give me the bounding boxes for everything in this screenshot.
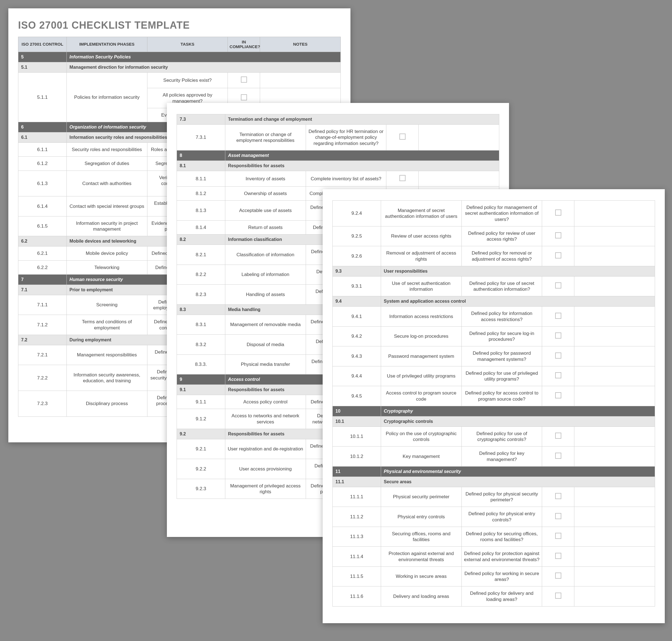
- section-row: 10Cryptography: [333, 406, 655, 416]
- section-label: Asset management: [225, 150, 499, 161]
- subsection-row: 8.1Responsibilities for assets: [177, 161, 499, 171]
- cell-phase: Use of privileged utility programs: [381, 366, 462, 386]
- checkbox[interactable]: [555, 553, 561, 559]
- subsection-row: 9.3User responsibilities: [333, 266, 655, 276]
- cell-control: 6.2.2: [18, 260, 67, 274]
- cell-phase: Disciplinary process: [67, 391, 147, 417]
- table-row: 9.2.6Removal or adjustment of access rig…: [333, 246, 655, 266]
- subsection-num: 8.1: [177, 161, 225, 171]
- cell-phase: Handling of assets: [225, 285, 306, 305]
- checkbox[interactable]: [399, 134, 406, 140]
- cell-task: Defined policy for review of user access…: [462, 226, 542, 246]
- cell-task: Defined policy for information access re…: [462, 306, 542, 327]
- cell-task: Defined policy for HR termination or cha…: [306, 125, 386, 151]
- subsection-row: 9.4System and application access control: [333, 296, 655, 306]
- cell-phase: Terms and conditions of employment: [67, 315, 147, 335]
- cell-compliance: [542, 246, 574, 266]
- cell-phase: Segregation of duties: [67, 156, 147, 171]
- subsection-num: 6.1: [18, 133, 67, 143]
- checkbox[interactable]: [555, 332, 561, 339]
- subsection-label: Cryptographic controls: [381, 416, 655, 426]
- cell-notes: [574, 507, 655, 527]
- subsection-label: System and application access control: [381, 296, 655, 306]
- table-row: 5.1.1Policies for information securitySe…: [18, 73, 341, 88]
- section-row: 5Information Security Policies: [18, 52, 341, 62]
- th-tasks: TASKS: [147, 37, 228, 52]
- checkbox[interactable]: [555, 493, 561, 499]
- checkbox[interactable]: [555, 592, 561, 599]
- subsection-num: 5.1: [18, 62, 67, 73]
- checkbox[interactable]: [555, 253, 561, 258]
- cell-notes: [574, 547, 655, 567]
- checkbox[interactable]: [555, 313, 561, 319]
- checkbox[interactable]: [555, 533, 561, 539]
- cell-phase: Securing offices, rooms and facilities: [381, 527, 462, 547]
- checklist-table-3: 9.2.4Management of secret authentication…: [332, 200, 655, 606]
- cell-task: Defined policy for secure log-in procedu…: [462, 326, 542, 346]
- checkbox[interactable]: [555, 353, 561, 359]
- checkbox[interactable]: [555, 453, 561, 459]
- cell-notes: [574, 326, 655, 346]
- checkbox[interactable]: [555, 392, 561, 398]
- cell-phase: Policy on the use of cryptographic contr…: [381, 426, 462, 447]
- cell-phase: Use of secret authentication information: [381, 276, 462, 296]
- cell-control: 11.1.1: [333, 487, 381, 507]
- cell-control: 8.3.3.: [177, 354, 225, 374]
- checkbox[interactable]: [555, 513, 561, 519]
- subsection-num: 6.2: [18, 236, 67, 246]
- cell-phase: Contact with special interest groups: [67, 196, 147, 216]
- subsection-num: 9.1: [177, 385, 225, 395]
- subsection-num: 8.2: [177, 234, 225, 245]
- cell-notes: [574, 276, 655, 296]
- cell-task: Defined policy for access control to pro…: [462, 386, 542, 406]
- table-row: 9.4.4Use of privileged utility programsD…: [333, 366, 655, 386]
- checkbox[interactable]: [555, 232, 561, 238]
- cell-control: 5.1.1: [18, 73, 67, 122]
- cell-task: Complete inventory list of assets?: [306, 171, 386, 187]
- checkbox[interactable]: [241, 94, 247, 100]
- cell-notes: [574, 567, 655, 586]
- subsection-num: 10.1: [333, 416, 381, 426]
- section-row: 8Asset management: [177, 150, 499, 161]
- subsection-label: User responsibilities: [381, 266, 655, 276]
- subsection-num: 9.4: [333, 296, 381, 306]
- cell-control: 11.1.6: [333, 586, 381, 606]
- cell-phase: Review of user access rights: [381, 226, 462, 246]
- cell-control: 9.2.4: [333, 201, 381, 227]
- cell-control: 9.2.5: [333, 226, 381, 246]
- table-row: 9.4.5Access control to program source co…: [333, 386, 655, 406]
- cell-phase: Delivery and loading areas: [381, 586, 462, 606]
- checkbox[interactable]: [399, 175, 406, 181]
- cell-phase: Management of secret authentication info…: [381, 201, 462, 227]
- checkbox[interactable]: [555, 282, 561, 288]
- cell-phase: Security roles and responsibilities: [67, 143, 147, 156]
- th-compliance: IN COMPLIANCE?: [228, 37, 260, 52]
- cell-task: Defined policy for use of privileged uti…: [462, 366, 542, 386]
- cell-phase: Termination or change of employment resp…: [225, 125, 306, 151]
- cell-compliance: [542, 366, 574, 386]
- cell-control: 9.4.5: [333, 386, 381, 406]
- cell-control: 9.2.3: [177, 479, 225, 499]
- section-label: Information Security Policies: [67, 52, 341, 62]
- cell-notes: [260, 73, 341, 88]
- cell-task: Defined policy for key management?: [462, 447, 542, 466]
- checkbox[interactable]: [555, 209, 561, 216]
- cell-phase: Teleworking: [67, 260, 147, 274]
- cell-notes: [574, 487, 655, 507]
- checkbox[interactable]: [241, 77, 247, 83]
- cell-control: 10.1.1: [333, 426, 381, 447]
- section-num: 7: [18, 274, 67, 285]
- cell-notes: [574, 246, 655, 266]
- cell-phase: Physical entry controls: [381, 507, 462, 527]
- cell-compliance: [542, 276, 574, 296]
- cell-phase: Physical security perimeter: [381, 487, 462, 507]
- cell-compliance: [542, 487, 574, 507]
- checkbox[interactable]: [555, 573, 561, 579]
- checkbox[interactable]: [555, 372, 561, 378]
- subsection-num: 11.1: [333, 477, 381, 487]
- table-row: 7.3.1Termination or change of employment…: [177, 125, 499, 151]
- checkbox[interactable]: [555, 433, 561, 439]
- cell-notes: [574, 386, 655, 406]
- cell-notes: [574, 346, 655, 366]
- cell-notes: [419, 125, 499, 151]
